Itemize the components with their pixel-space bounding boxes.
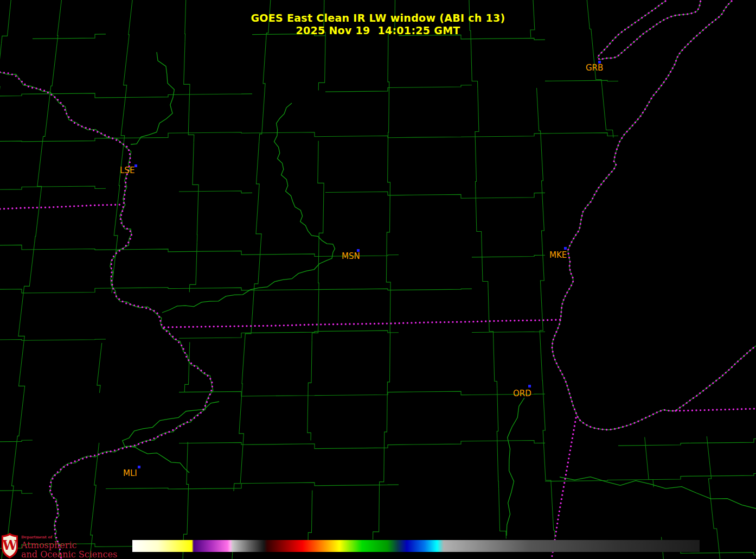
county-line	[390, 290, 390, 340]
county-line	[488, 289, 494, 339]
county-line	[179, 391, 252, 396]
county-line	[252, 395, 325, 396]
county-line	[388, 90, 389, 140]
county-line	[399, 441, 472, 445]
county-line	[189, 242, 197, 292]
county-line	[399, 194, 472, 198]
county-line	[308, 340, 312, 390]
county-line	[472, 38, 545, 40]
county-line	[179, 191, 252, 193]
county-line	[472, 255, 545, 257]
county-line	[472, 394, 545, 395]
county-line	[106, 488, 179, 489]
county-line	[245, 291, 254, 341]
county-line	[0, 289, 33, 293]
county-line	[541, 138, 543, 188]
county-line	[325, 192, 399, 195]
county-line	[497, 389, 498, 439]
county-line	[325, 485, 399, 486]
county-line	[482, 239, 488, 289]
county-line	[545, 133, 618, 136]
county-line	[552, 488, 555, 538]
county-line	[33, 93, 106, 98]
county-line	[33, 288, 106, 293]
fox-river	[507, 398, 524, 536]
county-line	[252, 132, 325, 137]
county-line	[471, 38, 478, 88]
product-timestamp: 2025 Nov 19 14:01:25 GMT	[0, 24, 756, 37]
ir-temperature-colorbar	[132, 540, 700, 552]
county-line	[386, 240, 390, 290]
county-line	[399, 391, 472, 395]
county-line	[179, 251, 252, 255]
county-line	[385, 390, 388, 440]
border-mississippi-river	[0, 72, 213, 559]
logo-dept-prefix: Department of	[21, 535, 117, 539]
county-line	[691, 473, 756, 476]
county-line	[476, 189, 482, 239]
county-line	[307, 390, 311, 440]
border-wi-il-border	[164, 320, 561, 327]
county-line	[0, 141, 33, 142]
county-line	[179, 132, 252, 134]
county-line	[0, 43, 1, 94]
county-line	[0, 94, 33, 96]
county-line	[184, 342, 190, 392]
county-line	[33, 339, 106, 340]
county-line	[325, 331, 399, 333]
county-line	[179, 333, 252, 338]
county-line	[541, 188, 544, 238]
county-line	[42, 93, 50, 144]
county-line	[319, 190, 324, 240]
county-line	[256, 192, 261, 242]
county-line	[33, 186, 106, 189]
logo-text: Department of Atmospheric and Oceanic Sc…	[21, 532, 117, 559]
state-borders-layer	[0, 0, 756, 559]
satellite-image-frame: GOES East Clean IR LW window (ABI ch 13)…	[0, 0, 756, 559]
county-line	[325, 444, 399, 448]
station-label-msn: MSN	[342, 252, 360, 261]
county-line	[0, 440, 33, 442]
county-line	[254, 242, 261, 291]
logo-dept-line1: Atmospheric	[21, 541, 117, 550]
county-line	[691, 552, 756, 555]
kankakee-river	[560, 477, 756, 509]
county-line	[259, 91, 265, 142]
county-line	[543, 438, 552, 488]
border-lake-michigan-shore	[552, 1, 756, 430]
county-line	[23, 244, 34, 294]
county-line	[197, 192, 198, 242]
county-line	[388, 140, 390, 190]
county-line	[543, 388, 545, 438]
county-line	[318, 240, 319, 290]
county-line	[540, 338, 543, 388]
county-line	[0, 340, 33, 341]
county-line	[11, 443, 16, 493]
county-line	[0, 245, 33, 250]
county-line	[540, 238, 544, 288]
station-label-ord: ORD	[513, 389, 531, 398]
chippewa-river	[131, 52, 174, 144]
station-dot-ord	[528, 385, 531, 388]
station-label-grb: GRB	[586, 63, 603, 73]
crest-letter-w: W	[2, 537, 18, 553]
county-line	[183, 492, 188, 542]
border-il-in-border	[552, 418, 576, 559]
county-line	[179, 288, 252, 290]
county-line	[540, 288, 543, 338]
county-line	[312, 290, 319, 340]
satellite-map	[0, 0, 756, 559]
border-in-mi-border	[676, 409, 756, 411]
county-line	[494, 339, 497, 389]
county-line	[252, 482, 325, 486]
station-dot-mli	[138, 466, 140, 468]
county-line	[0, 187, 33, 189]
county-line	[545, 480, 618, 481]
border-mn-ia-border	[0, 205, 121, 209]
county-line	[188, 92, 194, 142]
county-line	[179, 94, 252, 94]
county-line	[124, 42, 129, 93]
county-line	[717, 536, 721, 559]
county-line	[50, 43, 57, 93]
county-line	[472, 193, 545, 198]
